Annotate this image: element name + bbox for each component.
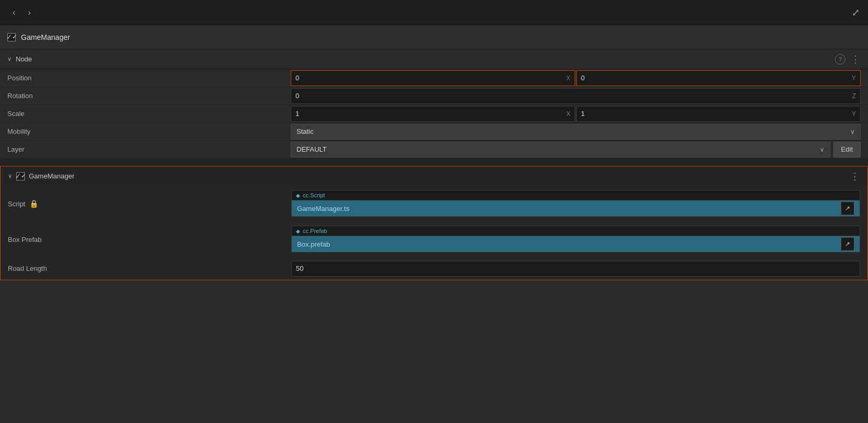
node-properties: Position 0 X 0 Y Rotation 0 Z Sc bbox=[0, 69, 868, 158]
check-icon: ✓ bbox=[6, 33, 12, 41]
script-diamond-icon: ◆ bbox=[296, 193, 300, 198]
position-x-value: 0 bbox=[295, 74, 564, 82]
layer-value: DEFAULT ∨ Edit bbox=[291, 142, 861, 157]
position-x-axis: X bbox=[566, 75, 570, 82]
node-section-header-left: ∨ Node bbox=[7, 55, 32, 63]
position-y-value: 0 bbox=[581, 74, 850, 82]
node-section-label: Node bbox=[16, 55, 32, 63]
rotation-val: 0 bbox=[295, 92, 852, 100]
script-type-badge: ◆ cc.Script bbox=[291, 190, 860, 200]
layer-label: Layer bbox=[7, 145, 291, 153]
road-length-value bbox=[291, 261, 860, 277]
script-file-row: GameManager.ts ↗ bbox=[291, 200, 860, 217]
prefab-diamond-icon: ◆ bbox=[296, 228, 300, 234]
mobility-value: Static ∨ bbox=[291, 124, 861, 140]
layer-dropdown[interactable]: DEFAULT ∨ bbox=[291, 142, 830, 157]
position-row: Position 0 X 0 Y bbox=[0, 69, 868, 87]
road-length-label: Road Length bbox=[8, 265, 291, 272]
position-y-input[interactable]: 0 Y bbox=[576, 70, 861, 86]
scale-y-axis: Y bbox=[852, 110, 856, 118]
layer-chevron-icon: ∨ bbox=[820, 146, 824, 153]
scale-x-value: 1 bbox=[295, 110, 564, 118]
gamemanager-chevron[interactable]: ∨ bbox=[8, 173, 12, 179]
gamemanager-section-label: GameManager bbox=[29, 172, 75, 180]
position-value: 0 X 0 Y bbox=[291, 70, 861, 86]
scale-label: Scale bbox=[7, 110, 291, 118]
box-prefab-value: ◆ cc.Prefab Box.prefab ↗ bbox=[291, 226, 860, 253]
nav-arrows: ‹ › bbox=[8, 6, 35, 19]
back-button[interactable]: ‹ bbox=[8, 6, 19, 19]
section-spacer bbox=[0, 158, 868, 166]
scale-x-axis: X bbox=[566, 110, 570, 118]
prefab-type-text: cc.Prefab bbox=[303, 228, 327, 234]
scale-x-input[interactable]: 1 X bbox=[291, 106, 575, 122]
scale-row: Scale 1 X 1 Y bbox=[0, 105, 868, 123]
scale-y-input[interactable]: 1 Y bbox=[576, 106, 861, 122]
gamemanager-enable-checkbox[interactable]: ✓ bbox=[7, 33, 16, 41]
node-section-header-right: ? ⋮ bbox=[835, 54, 861, 65]
script-type-text: cc.Script bbox=[303, 192, 325, 198]
scale-inputs: 1 X 1 Y bbox=[291, 106, 861, 122]
scale-y-value: 1 bbox=[581, 110, 850, 118]
prefab-file-row: Box.prefab ↗ bbox=[291, 236, 860, 252]
node-section-header: ∨ Node ? ⋮ bbox=[0, 49, 868, 69]
prefab-goto-button[interactable]: ↗ bbox=[841, 237, 854, 251]
layer-row: Layer DEFAULT ∨ Edit bbox=[0, 141, 868, 158]
box-prefab-label: Box Prefab bbox=[8, 226, 291, 253]
layer-val: DEFAULT bbox=[297, 145, 820, 153]
mobility-chevron-icon: ∨ bbox=[850, 128, 855, 135]
expand-button[interactable]: ⤢ bbox=[852, 7, 860, 18]
road-length-row: Road Length bbox=[0, 257, 868, 280]
rotation-axis: Z bbox=[852, 92, 856, 100]
lock-icon: 🔒 bbox=[29, 199, 38, 208]
gamemanager-section-header-left: ∨ ✓ GameManager bbox=[8, 172, 75, 181]
script-filename: GameManager.ts bbox=[297, 205, 841, 213]
position-y-axis: Y bbox=[852, 75, 856, 82]
prefab-type-badge: ◆ cc.Prefab bbox=[291, 226, 860, 236]
check-icon-2: ✓ bbox=[15, 172, 21, 180]
mobility-dropdown[interactable]: Static ∨ bbox=[291, 124, 861, 140]
mobility-row: Mobility Static ∨ bbox=[0, 123, 868, 141]
gamemanager-section-header: ∨ ✓ GameManager ⋮ bbox=[0, 166, 868, 186]
top-bar: ‹ › ⤢ bbox=[0, 0, 868, 25]
script-label: Script 🔒 bbox=[8, 190, 291, 217]
node-chevron[interactable]: ∨ bbox=[7, 56, 12, 62]
gamemanager-more-options-icon[interactable]: ⋮ bbox=[850, 171, 860, 182]
rotation-value: 0 Z bbox=[291, 88, 861, 104]
scale-value: 1 X 1 Y bbox=[291, 106, 861, 122]
script-goto-button[interactable]: ↗ bbox=[841, 202, 854, 215]
gamemanager-component-checkbox[interactable]: ✓ bbox=[16, 172, 25, 181]
component-title: GameManager bbox=[21, 33, 70, 41]
script-row: Script 🔒 ◆ cc.Script GameManager.ts ↗ bbox=[0, 186, 868, 221]
rotation-input[interactable]: 0 Z bbox=[291, 88, 861, 104]
forward-button[interactable]: › bbox=[24, 6, 35, 19]
road-length-input[interactable] bbox=[291, 261, 860, 277]
rotation-label: Rotation bbox=[7, 92, 291, 100]
script-label-text: Script bbox=[8, 200, 25, 208]
mobility-val: Static bbox=[297, 128, 850, 135]
position-inputs: 0 X 0 Y bbox=[291, 70, 861, 86]
prefab-filename: Box.prefab bbox=[297, 240, 841, 248]
script-value: ◆ cc.Script GameManager.ts ↗ bbox=[291, 190, 860, 217]
rotation-row: Rotation 0 Z bbox=[0, 87, 868, 105]
help-icon[interactable]: ? bbox=[835, 54, 845, 65]
mobility-label: Mobility bbox=[7, 128, 291, 135]
position-label: Position bbox=[7, 74, 291, 82]
box-prefab-row: Box Prefab ◆ cc.Prefab Box.prefab ↗ bbox=[0, 221, 868, 257]
layer-edit-button[interactable]: Edit bbox=[833, 142, 861, 157]
more-options-icon[interactable]: ⋮ bbox=[851, 54, 861, 65]
component-title-row: ✓ GameManager bbox=[0, 25, 868, 49]
position-x-input[interactable]: 0 X bbox=[291, 70, 575, 86]
